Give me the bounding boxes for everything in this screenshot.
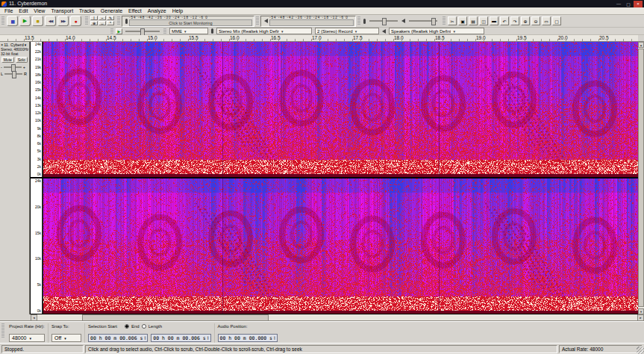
scroll-down-icon[interactable]: ▼ xyxy=(638,308,644,314)
end-radio-label[interactable]: End xyxy=(131,324,140,329)
slider-thumb[interactable] xyxy=(140,28,145,36)
stop-icon: ■ xyxy=(36,19,39,24)
resize-grip[interactable] xyxy=(637,347,644,354)
audio-host-select[interactable]: MME ▾ xyxy=(169,28,208,34)
zoom-tool-button[interactable]: ⊕ xyxy=(90,21,98,25)
recording-channels-select[interactable]: 2 (Stereo) Record ▾ xyxy=(315,28,379,34)
slider-thumb[interactable] xyxy=(382,18,387,25)
menu-item[interactable]: File xyxy=(1,7,16,14)
menu-item[interactable]: View xyxy=(31,7,48,14)
scroll-right-icon[interactable]: ► xyxy=(637,314,644,321)
undo-button[interactable]: ↶ xyxy=(500,16,509,25)
play-at-speed-button[interactable]: ▶ xyxy=(116,28,122,34)
menu-item[interactable]: Help xyxy=(169,7,186,14)
fit-project-button[interactable]: ▢ xyxy=(552,16,561,25)
multi-tool-button[interactable]: * xyxy=(107,21,114,25)
toolbar-grabber[interactable] xyxy=(163,28,166,34)
play-button[interactable]: ▶ xyxy=(19,16,31,26)
spectrogram-left-channel[interactable] xyxy=(43,42,638,177)
scroll-up-icon[interactable]: ▲ xyxy=(638,42,644,48)
horizontal-scroll-thumb[interactable] xyxy=(82,314,269,321)
mute-button[interactable]: Mute xyxy=(1,57,14,63)
maximize-button[interactable]: ▢ xyxy=(624,1,633,7)
stop-button[interactable]: ■ xyxy=(32,16,43,26)
minimize-button[interactable]: — xyxy=(614,1,623,7)
frequency-ruler-right[interactable]: 24k20k15k10k5k0k xyxy=(31,178,43,314)
silence-audio-button[interactable]: ▬ xyxy=(490,16,498,25)
pan-left-label: L xyxy=(1,72,3,76)
toolbar-grabber[interactable] xyxy=(1,323,4,338)
zoom-out-button[interactable]: ⊖ xyxy=(531,16,540,25)
horizontal-scrollbar[interactable]: ◄ ► xyxy=(31,314,644,321)
skip-to-start-button[interactable]: ◀◀ xyxy=(45,16,56,26)
toolbar-grabber[interactable] xyxy=(443,16,446,25)
tools-toolbar: I ~ ✎ ⊕ ↔ * xyxy=(90,16,114,27)
menu-item[interactable]: Effect xyxy=(125,7,145,14)
toolbar-grabber[interactable] xyxy=(1,16,4,25)
recording-meter[interactable]: -54 -48 -42 -36 -30 -24 -18 -12 -6 0 Cli… xyxy=(122,16,254,27)
monitor-label[interactable]: Click to Start Monitoring xyxy=(169,21,212,25)
frequency-label: 9k xyxy=(37,127,41,131)
cut-button[interactable]: ✂ xyxy=(448,16,457,25)
audio-position-field[interactable]: 00 h 00 m 00.000 s ▲▼ xyxy=(218,334,278,342)
audio-position-label: Audio Position: xyxy=(218,324,278,329)
frequency-label: 16k xyxy=(35,81,41,84)
selection-tool-button[interactable]: I xyxy=(90,16,98,20)
menu-item[interactable]: Tracks xyxy=(76,7,98,14)
spinner-icon[interactable]: ▲▼ xyxy=(207,336,209,341)
end-radio[interactable] xyxy=(125,324,129,329)
toolbar-grabber[interactable] xyxy=(110,28,113,34)
paste-button[interactable]: ▤ xyxy=(469,16,478,25)
gain-slider[interactable] xyxy=(4,66,22,68)
spectrogram-right-channel[interactable] xyxy=(43,178,638,314)
menu-item[interactable]: Generate xyxy=(98,7,125,14)
frequency-label: 14k xyxy=(35,96,41,100)
copy-button[interactable]: ▣ xyxy=(458,16,467,25)
spinner-icon[interactable]: ▲▼ xyxy=(144,336,146,341)
zoom-in-button[interactable]: ⊕ xyxy=(521,16,530,25)
toolbar-grabber[interactable] xyxy=(117,16,120,25)
snap-to-select[interactable]: Off ▾ xyxy=(51,334,81,342)
playback-meter[interactable]: -54 -48 -42 -36 -30 -24 -18 -12 -6 0 xyxy=(260,16,356,27)
menu-item[interactable]: Transport xyxy=(48,7,76,14)
record-button[interactable]: ● xyxy=(70,16,81,26)
selection-start-field[interactable]: 00 h 00 m 00.006 s ▲▼ xyxy=(88,334,148,342)
timeline-ruler[interactable]: 13.514.014.515.015.516.016.517.017.518.0… xyxy=(0,35,638,42)
redo-button[interactable]: ↷ xyxy=(510,16,519,25)
playback-volume-slider[interactable] xyxy=(409,20,437,22)
playback-device-select[interactable]: Speakers (Realtek High Defini ▾ xyxy=(389,28,484,34)
fit-selection-button[interactable]: ▭ xyxy=(542,16,551,25)
slider-thumb[interactable] xyxy=(12,71,16,78)
draw-tool-button[interactable]: ✎ xyxy=(107,16,114,20)
trim-audio-button[interactable]: ◫ xyxy=(479,16,488,25)
toolbar-grabber[interactable] xyxy=(256,16,259,25)
length-radio-label[interactable]: Length xyxy=(149,324,162,329)
recording-volume-slider[interactable] xyxy=(369,20,398,22)
selection-end-field[interactable]: 00 h 00 m 00.006 s ▲▼ xyxy=(151,334,210,342)
solo-button[interactable]: Solo xyxy=(16,57,28,63)
track-control-panel[interactable]: × 11. Cyberd ▾ Stereo, 48000Hz 32-bit fl… xyxy=(0,42,30,314)
menu-item[interactable]: Edit xyxy=(16,7,31,14)
toolbar-grabber[interactable] xyxy=(85,16,88,25)
menu-item[interactable]: Analyze xyxy=(145,7,169,14)
close-button[interactable]: × xyxy=(634,1,643,7)
playback-speed-slider[interactable] xyxy=(125,31,160,32)
skip-to-end-button[interactable]: ▶▶ xyxy=(57,16,69,26)
snap-to-label: Snap To: xyxy=(51,324,81,329)
project-rate-select[interactable]: 48000 ▾ xyxy=(9,334,45,342)
recording-device-select[interactable]: Stereo Mix (Realtek High Defir ▾ xyxy=(216,28,312,34)
vertical-scroll-thumb[interactable] xyxy=(638,49,644,307)
recording-meter-bar[interactable]: Click to Start Monitoring xyxy=(129,19,252,26)
toolbar-grabber[interactable] xyxy=(357,16,360,25)
spinner-icon[interactable]: ▲▼ xyxy=(274,336,275,341)
timeshift-tool-button[interactable]: ↔ xyxy=(99,21,106,25)
envelope-tool-button[interactable]: ~ xyxy=(99,16,106,20)
horizontal-scroll-track[interactable] xyxy=(37,314,637,321)
pan-slider[interactable] xyxy=(4,73,22,75)
pause-button[interactable]: ▮▮ xyxy=(7,16,18,26)
frequency-ruler-left[interactable]: 24k22k21k19k18k16k15k14k13k12k10k9k8k6k5… xyxy=(31,42,43,177)
length-radio[interactable] xyxy=(142,324,146,329)
vertical-scrollbar[interactable]: ▲ ▼ xyxy=(638,42,644,314)
slider-thumb[interactable] xyxy=(431,18,436,25)
scroll-left-icon[interactable]: ◄ xyxy=(31,314,37,321)
